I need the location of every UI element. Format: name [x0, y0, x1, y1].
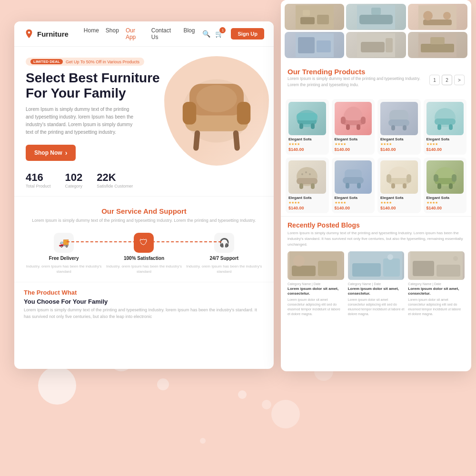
svg-rect-69 [437, 183, 441, 189]
shop-now-button[interactable]: Shop Now › [26, 145, 76, 161]
svg-rect-14 [371, 8, 381, 15]
cart-icon-wrapper[interactable]: 🛒 1 [215, 30, 223, 38]
product-card-3[interactable]: Elegant Sofa ★★★★ $140.00 [377, 99, 421, 155]
blog-excerpt-2: Lorem ipsum dolor sit amet consectetur a… [348, 298, 405, 316]
product-name-2: Elegant Sofa [335, 137, 372, 141]
service-items: 🚚 Free Delivery Industry. orem Ipsum has… [24, 233, 264, 274]
svg-rect-68 [452, 174, 456, 182]
page-2-button[interactable]: 2 [442, 75, 452, 85]
search-icon[interactable]: 🔍 [202, 30, 210, 38]
svg-rect-20 [298, 37, 315, 53]
svg-rect-26 [421, 44, 454, 52]
hero-badge-text: Get Up To 50% Off in Various Products [66, 60, 139, 64]
product-teaser-subtitle: You Choose For Your Family [24, 298, 264, 305]
nav-blog[interactable]: Blog [183, 27, 195, 40]
product-image-3 [380, 102, 418, 135]
svg-rect-72 [292, 266, 316, 276]
hero-chair-image [164, 56, 269, 166]
chair-svg-5 [293, 164, 321, 190]
blog-image-1 [288, 251, 344, 280]
svg-point-82 [445, 256, 452, 264]
product-card-6[interactable]: Elegant Sofa ★★★★ $140.00 [332, 158, 375, 213]
blog-category-2: Category Name | Date [348, 282, 405, 286]
svg-rect-42 [391, 125, 395, 130]
svg-rect-31 [299, 123, 303, 129]
product-price-7: $140.00 [380, 206, 418, 210]
product-price-4: $140.00 [426, 147, 464, 152]
gallery-room-svg-5 [357, 33, 395, 57]
blog-room-svg-1 [289, 251, 342, 280]
chair-svg-4 [431, 105, 459, 131]
nav-icons: 🔍 🛒 1 [202, 30, 223, 38]
svg-point-54 [309, 173, 311, 175]
product-image-6 [335, 160, 372, 194]
trending-description: Lorem Ipsum is simply dummy text of the … [288, 76, 429, 88]
svg-rect-61 [387, 174, 391, 183]
page-1-button[interactable]: 1 [429, 75, 440, 85]
product-price-1: $140.00 [288, 147, 326, 152]
satisfaction-title: 100% Satisfaction [124, 256, 164, 261]
support-desc: Industry. orem Ipsum has been the indust… [184, 264, 264, 274]
product-card-8[interactable]: Elegant Sofa ★★★★ $140.00 [424, 158, 467, 213]
product-stars-3: ★★★★ [380, 142, 418, 146]
svg-rect-73 [318, 261, 337, 276]
blog-room-svg-3 [410, 251, 463, 280]
svg-rect-41 [388, 119, 409, 126]
hero-description: Lorem Ipsum is simply dummy text of the … [26, 106, 135, 136]
blog-card-3[interactable]: Category Name | Date Lorem ipsum dolor s… [408, 251, 465, 317]
gallery-room-svg-2 [357, 5, 395, 29]
svg-point-52 [301, 173, 303, 175]
svg-rect-4 [237, 102, 251, 125]
blog-room-svg-2 [350, 251, 402, 280]
stat-category: 102 Category [65, 171, 83, 188]
trending-title: Our Trending Products [288, 68, 429, 76]
satisfaction-icon-box: 🛡 [134, 233, 154, 253]
svg-rect-36 [341, 117, 346, 124]
product-card-7[interactable]: Elegant Sofa ★★★★ $140.00 [377, 158, 421, 213]
svg-rect-60 [388, 178, 409, 184]
left-browser-window: Furniture Home Shop Our App Contact Us B… [14, 21, 274, 369]
svg-rect-39 [357, 124, 360, 130]
product-name-7: Elegant Sofa [380, 196, 418, 200]
svg-rect-50 [299, 183, 303, 189]
svg-rect-24 [386, 38, 393, 52]
nav-links: Home Shop Our App Contact Us Blog [84, 27, 195, 40]
product-price-6: $140.00 [335, 206, 372, 210]
gallery-item-5 [346, 32, 406, 58]
blog-title-3: Lorem ipsum dolor sit amet, consectetur. [408, 287, 465, 297]
blog-card-2[interactable]: Category Name | Date Lorem ipsum dolor s… [348, 251, 405, 317]
nav-home[interactable]: Home [84, 27, 99, 40]
svg-point-83 [453, 256, 458, 261]
svg-point-18 [443, 12, 451, 20]
product-card-5[interactable]: Elegant Sofa ★★★★ $140.00 [286, 158, 329, 213]
svg-rect-67 [434, 174, 438, 182]
svg-rect-76 [352, 263, 381, 277]
gallery-item-4 [285, 32, 344, 58]
blog-card-1[interactable]: Category Name | Date Lorem ipsum dolor s… [288, 251, 344, 317]
product-grid-row2: Elegant Sofa ★★★★ $140.00 Elegant Sofa ★… [281, 158, 471, 216]
navbar: Furniture Home Shop Our App Contact Us B… [14, 21, 274, 47]
blogs-title: Recently Posted Blogs [288, 221, 465, 229]
gallery-room-svg-1 [296, 5, 334, 29]
dashed-connector [67, 241, 221, 242]
gallery-grid [281, 0, 471, 62]
svg-rect-23 [361, 42, 385, 52]
nav-shop[interactable]: Shop [106, 27, 119, 40]
product-card-4[interactable]: Elegant Sofa ★★★★ $140.00 [424, 99, 467, 155]
product-grid-row1: Elegant Sofa ★★★★ $140.00 Elegant Sofa ★… [281, 99, 471, 158]
product-price-5: $140.00 [288, 206, 326, 210]
svg-point-53 [305, 171, 307, 173]
logo[interactable]: Furniture [24, 29, 69, 39]
nav-contact[interactable]: Contact Us [151, 27, 177, 40]
chair-svg-2 [339, 105, 367, 131]
product-card-1[interactable]: Elegant Sofa ★★★★ $140.00 [286, 99, 329, 155]
svg-rect-63 [391, 183, 395, 188]
product-card-2[interactable]: Elegant Sofa ★★★★ $140.00 [332, 99, 375, 155]
svg-rect-13 [359, 15, 393, 24]
signup-button[interactable]: Sign Up [231, 28, 264, 40]
product-stars-2: ★★★★ [335, 142, 372, 146]
svg-point-7 [196, 85, 237, 112]
nav-ourapp[interactable]: Our App [126, 27, 145, 40]
page-next-button[interactable]: > [454, 75, 465, 85]
gallery-item-3 [408, 4, 467, 30]
